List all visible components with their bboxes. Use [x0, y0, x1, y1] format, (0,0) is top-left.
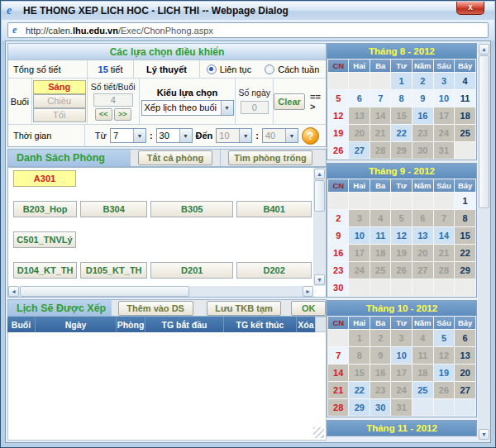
calendar-day[interactable]: 13 — [413, 227, 433, 244]
calendar-day[interactable]: 24 — [349, 262, 370, 279]
calendar-day[interactable]: 9 — [328, 227, 348, 244]
help-button[interactable]: ? — [302, 127, 319, 145]
all-rooms-button[interactable]: Tắt cả phòng — [138, 150, 212, 165]
calendar-day[interactable]: 26 — [328, 142, 348, 159]
calendar-day[interactable]: 6 — [413, 210, 433, 226]
radio-continuous-icon[interactable] — [207, 64, 217, 74]
scrollbar-thumb[interactable] — [314, 180, 325, 212]
scroll-up-icon[interactable]: ▲ — [479, 44, 489, 55]
close-button[interactable]: x — [456, 2, 484, 15]
room-button[interactable]: D104_KT_TH — [13, 262, 77, 279]
room-button[interactable]: D105_KT_TH — [80, 262, 147, 279]
calendar-day[interactable]: 15 — [391, 107, 411, 124]
calendar-day[interactable]: 24 — [391, 382, 411, 398]
calendar-day[interactable]: 8 — [391, 90, 411, 107]
calendar-day[interactable]: 2 — [328, 210, 348, 226]
calendar-day[interactable]: 16 — [413, 107, 433, 124]
calendar-day[interactable]: 10 — [434, 90, 455, 107]
calendar-day[interactable]: 14 — [328, 365, 348, 381]
resize-grip-icon[interactable] — [313, 427, 324, 438]
calendar-day[interactable]: 19 — [434, 365, 455, 381]
calendar-day[interactable]: 15 — [455, 227, 475, 244]
room-button[interactable]: D202 — [236, 262, 312, 279]
calendar-day[interactable]: 27 — [413, 262, 433, 279]
calendar-day[interactable]: 12 — [434, 347, 455, 364]
session-evening-button[interactable]: Tối — [33, 108, 86, 122]
calendar-day[interactable]: 9 — [370, 347, 390, 364]
calendar-day[interactable]: 13 — [455, 347, 475, 364]
calendar-day[interactable]: 26 — [434, 382, 455, 398]
calendar-day[interactable]: 31 — [434, 142, 455, 159]
calendar-day[interactable]: 13 — [349, 107, 370, 124]
calendar-day[interactable]: 21 — [370, 125, 390, 141]
calendar-day[interactable]: 4 — [413, 330, 433, 346]
session-morning-button[interactable]: Sáng — [33, 80, 86, 94]
scroll-left-icon[interactable]: ◄ — [8, 286, 19, 297]
calendar-day[interactable]: 5 — [434, 330, 455, 346]
periods-per-session-input[interactable]: 4 — [93, 93, 133, 107]
to-hour-dropdown[interactable]: 10 ▼ — [216, 128, 252, 143]
calendar-day[interactable]: 19 — [391, 245, 411, 261]
dropdown-arrow-icon[interactable]: ▼ — [179, 129, 192, 142]
session-afternoon-button[interactable]: Chiều — [33, 94, 86, 108]
address-field[interactable]: e http://calen.lhu.edu.vn/Exec/ChonPhong… — [7, 22, 489, 38]
calendar-day[interactable]: 5 — [328, 90, 348, 107]
calendar-day[interactable]: 15 — [349, 365, 370, 381]
from-hour-dropdown[interactable]: 7 ▼ — [110, 128, 146, 143]
calendar-day[interactable]: 30 — [328, 279, 348, 296]
calendar-day[interactable]: 18 — [455, 107, 475, 124]
clear-button[interactable]: Clear — [274, 93, 305, 110]
calendar-day[interactable]: 3 — [349, 210, 370, 226]
calendar-day[interactable]: 25 — [370, 262, 390, 279]
calendar-day[interactable]: 22 — [349, 382, 370, 398]
calendar-day[interactable]: 16 — [370, 365, 390, 381]
calendar-day[interactable]: 3 — [434, 73, 455, 89]
calendar-day[interactable]: 30 — [413, 142, 433, 159]
calendar-day[interactable]: 21 — [328, 382, 348, 398]
scroll-down-icon[interactable]: ▼ — [314, 274, 325, 285]
calendar-day[interactable]: 5 — [391, 210, 411, 226]
calendar-day[interactable]: 23 — [370, 382, 390, 398]
room-button[interactable]: D201 — [150, 262, 233, 279]
calendar-day[interactable]: 17 — [349, 245, 370, 261]
calendar-day[interactable]: 16 — [328, 245, 348, 261]
calendar-day[interactable]: 3 — [391, 330, 411, 346]
calendar-day[interactable]: 9 — [413, 90, 433, 107]
calendar-day[interactable]: 17 — [391, 365, 411, 381]
calendar-day[interactable]: 12 — [328, 107, 348, 124]
calendar-day[interactable]: 26 — [391, 262, 411, 279]
calendar-day[interactable]: 20 — [413, 245, 433, 261]
calendar-day[interactable]: 21 — [434, 245, 455, 261]
room-list-vertical-scrollbar[interactable]: ▲ ▼ — [313, 168, 326, 286]
calendar-day[interactable]: 25 — [455, 125, 475, 141]
calendar-day[interactable]: 7 — [370, 90, 390, 107]
calendar-day[interactable]: 10 — [349, 227, 370, 244]
calendar-day[interactable]: 7 — [434, 210, 455, 226]
calendar-day[interactable]: 28 — [434, 262, 455, 279]
calendar-day[interactable]: 27 — [455, 382, 475, 398]
calendar-day[interactable]: 1 — [349, 330, 370, 346]
calendar-day[interactable]: 18 — [413, 365, 433, 381]
calendar-day[interactable]: 8 — [349, 347, 370, 364]
calendar-day[interactable]: 22 — [391, 125, 411, 141]
calendar-day[interactable]: 28 — [328, 399, 348, 416]
calendar-day[interactable]: 1 — [391, 73, 411, 89]
radio-continuous[interactable]: Liên tục — [207, 64, 252, 74]
calendar-day[interactable]: 25 — [413, 382, 433, 398]
calendar-day[interactable]: 12 — [391, 227, 411, 244]
day-count-input[interactable]: 0 — [241, 101, 269, 114]
calendar-day[interactable]: 23 — [413, 125, 433, 141]
ok-button[interactable]: OK — [291, 301, 326, 316]
periods-increase-button[interactable]: >> — [114, 108, 131, 121]
calendar-day[interactable]: 31 — [391, 399, 411, 416]
radio-alternate-week[interactable]: Cách tuần — [265, 64, 319, 74]
calendar-day[interactable]: 4 — [455, 73, 475, 89]
find-empty-rooms-button[interactable]: Tìm phòng trống — [228, 150, 312, 165]
calendar-day[interactable]: 6 — [455, 330, 475, 346]
room-button[interactable]: B305 — [150, 201, 233, 217]
calendar-day[interactable]: 4 — [370, 210, 390, 226]
calendar-day[interactable]: 30 — [370, 399, 390, 416]
dropdown-arrow-icon[interactable]: ▼ — [221, 101, 233, 115]
room-button[interactable]: B401 — [236, 201, 312, 217]
calendar-day[interactable]: 29 — [349, 399, 370, 416]
